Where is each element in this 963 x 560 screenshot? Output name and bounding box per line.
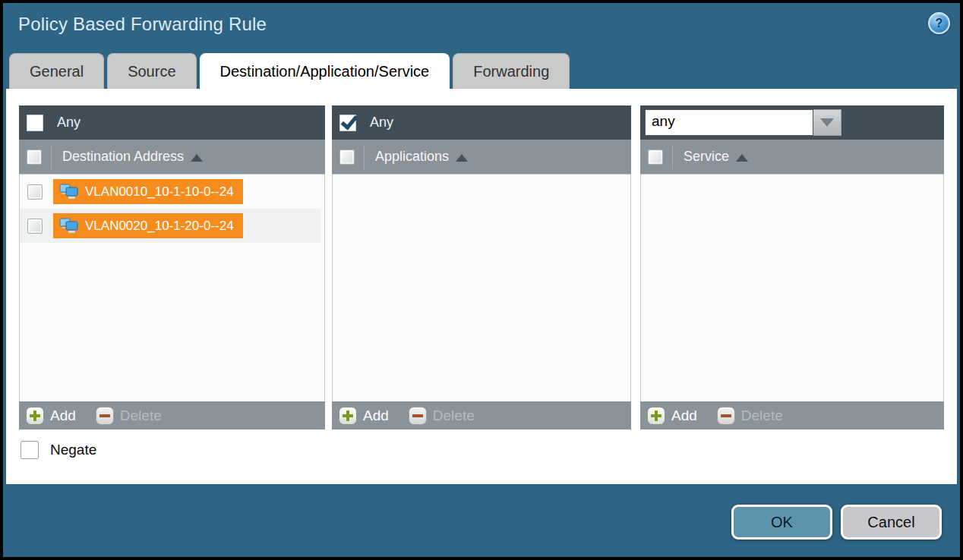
applications-delete-button[interactable]: Delete [433, 407, 475, 424]
service-select-all-checkbox[interactable] [648, 149, 663, 165]
row-checkbox[interactable] [27, 219, 43, 234]
address-object-label: VLAN0010_10-1-10-0--24 [85, 184, 234, 200]
add-icon[interactable] [26, 407, 44, 425]
service-delete-button[interactable]: Delete [741, 407, 783, 424]
help-icon[interactable]: ? [928, 12, 950, 34]
address-object-label: VLAN0020_10-1-20-0--24 [85, 219, 234, 234]
header-divider [51, 145, 52, 169]
table-row: VLAN0020_10-1-20-0--24 [20, 209, 320, 243]
destination-any-bar: Any [19, 105, 325, 140]
destination-any-label: Any [57, 115, 81, 131]
destination-any-checkbox[interactable] [27, 115, 43, 131]
service-column: any Service Add Delete [640, 105, 944, 429]
service-dropdown-bar: any [640, 105, 944, 140]
ok-button[interactable]: OK [731, 505, 832, 540]
negate-option: Negate [21, 441, 96, 459]
delete-icon[interactable] [96, 407, 114, 425]
tab-destination-application-service[interactable]: Destination/Application/Service [200, 53, 450, 89]
row-checkbox[interactable] [27, 184, 43, 200]
destination-address-list: VLAN0010_10-1-10-0--24 VLAN0020_10-1-20-… [19, 175, 325, 401]
applications-list [332, 175, 631, 401]
service-list [640, 175, 944, 401]
applications-any-label: Any [370, 115, 393, 131]
service-type-value: any [645, 109, 813, 136]
applications-any-checkbox[interactable] [339, 115, 356, 131]
applications-column: Any Applications Add Delete [332, 105, 631, 429]
applications-add-button[interactable]: Add [363, 407, 389, 424]
address-object-chip[interactable]: VLAN0020_10-1-20-0--24 [53, 213, 243, 238]
network-address-icon [59, 184, 79, 200]
destination-address-header-label: Destination Address [62, 149, 184, 165]
header-divider [672, 145, 673, 169]
table-row: VLAN0010_10-1-10-0--24 [20, 175, 320, 209]
destination-list-footer: Add Delete [19, 401, 325, 429]
cancel-button[interactable]: Cancel [841, 505, 942, 540]
sort-asc-icon[interactable] [191, 154, 203, 162]
destination-select-all-checkbox[interactable] [27, 149, 42, 165]
service-type-dropdown[interactable]: any [645, 109, 841, 136]
delete-icon[interactable] [717, 407, 735, 425]
destination-delete-button[interactable]: Delete [120, 407, 162, 424]
service-add-button[interactable]: Add [671, 407, 697, 424]
applications-header-label: Applications [375, 149, 449, 165]
destination-add-button[interactable]: Add [50, 407, 76, 424]
network-address-icon [59, 218, 79, 234]
header-divider [364, 145, 365, 169]
applications-any-bar: Any [332, 105, 631, 140]
add-icon[interactable] [647, 407, 665, 425]
service-header: Service [640, 140, 944, 175]
chevron-down-icon [820, 118, 834, 127]
applications-select-all-checkbox[interactable] [339, 149, 355, 165]
add-icon[interactable] [339, 407, 357, 425]
address-object-chip[interactable]: VLAN0010_10-1-10-0--24 [53, 179, 243, 204]
service-list-footer: Add Delete [640, 401, 944, 429]
tab-general[interactable]: General [9, 53, 104, 89]
delete-icon[interactable] [409, 407, 427, 425]
sort-asc-icon[interactable] [456, 154, 468, 162]
tab-bar: General Source Destination/Application/S… [9, 53, 570, 89]
policy-based-forwarding-dialog: Policy Based Forwarding Rule ? General S… [0, 0, 963, 560]
tab-content-panel: Any Destination Address VLAN0010_10-1-10… [6, 89, 957, 484]
dropdown-button[interactable] [813, 109, 841, 136]
dialog-title: Policy Based Forwarding Rule [18, 14, 267, 35]
negate-checkbox[interactable] [21, 441, 39, 459]
negate-label: Negate [50, 442, 96, 458]
tab-source[interactable]: Source [107, 53, 196, 89]
sort-asc-icon[interactable] [736, 154, 748, 162]
destination-address-column: Any Destination Address VLAN0010_10-1-10… [19, 105, 325, 429]
applications-header: Applications [332, 140, 631, 175]
service-header-label: Service [684, 149, 729, 165]
applications-list-footer: Add Delete [332, 401, 631, 429]
destination-address-header: Destination Address [19, 140, 325, 175]
tab-forwarding[interactable]: Forwarding [453, 53, 570, 89]
